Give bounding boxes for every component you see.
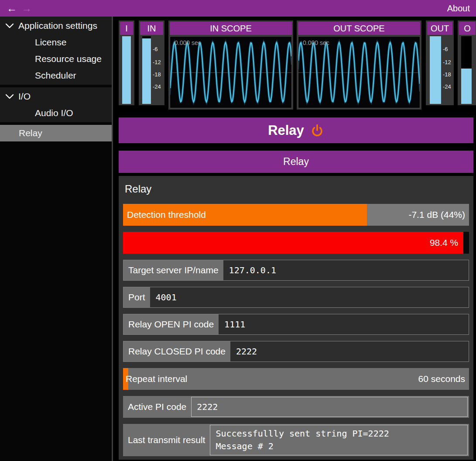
last-transmit-result: Successfullly sent string PI=2222 Messag… [210, 425, 468, 455]
relay-header-title: Relay [268, 123, 304, 138]
meter-bar [122, 36, 131, 104]
output-level-meter-o: O [458, 21, 476, 105]
target-server-row: Target server IP/name 127.0.0.1 [123, 260, 469, 281]
scope-title: IN SCOPE [170, 22, 292, 35]
input-level-meter-in: IN -6 -12 -18 -24 [139, 21, 164, 105]
top-bar: ← → About [0, 0, 476, 17]
repeat-interval-slider[interactable]: Repeat interval 60 seconds [123, 368, 469, 390]
chevron-down-icon [5, 94, 14, 99]
slider-value: -7.1 dB (44%) [408, 210, 465, 220]
waveform-trace [170, 37, 291, 108]
field-label: Relay CLOSED PI code [123, 341, 230, 361]
sidebar-group-application-settings: Application settings License Resource us… [0, 17, 112, 85]
sidebar-item-scheduler[interactable]: Scheduler [0, 67, 112, 84]
field-label: Target server IP/name [123, 260, 223, 280]
relay-header-banner[interactable]: Relay [119, 117, 473, 143]
sidebar-item-audio-io[interactable]: Audio I/O [0, 105, 112, 121]
input-level-meter-i: I [119, 21, 134, 105]
port-row: Port 4001 [123, 287, 469, 308]
sidebar-item-label: Audio I/O [35, 108, 73, 118]
relay-open-pi-row: Relay OPEN PI code 1111 [123, 314, 469, 335]
slider-value: 60 seconds [418, 374, 465, 384]
about-menu-item[interactable]: About [447, 3, 472, 14]
relay-closed-pi-row: Relay CLOSED PI code 2222 [123, 341, 469, 362]
main-content: I IN -6 -12 -18 -24 [114, 17, 476, 461]
sidebar-item-label: License [35, 37, 66, 48]
meter-bar-fill [461, 69, 472, 104]
sidebar-item-license[interactable]: License [0, 34, 112, 51]
relay-open-pi-input[interactable]: 1111 [219, 314, 469, 334]
active-pi-row: Active PI code 2222 [123, 396, 469, 418]
field-label: Port [123, 287, 150, 307]
sidebar-item-label: I/O [18, 91, 31, 102]
sidebar-item-io[interactable]: I/O [0, 88, 112, 105]
signal-level-bar: 98.4 % [123, 232, 469, 254]
relay-tab-banner[interactable]: Relay [119, 151, 473, 173]
slider-label: Repeat interval [126, 374, 187, 384]
panel-title: Relay [125, 183, 469, 195]
meters-row: I IN -6 -12 -18 -24 [119, 21, 476, 110]
waveform-trace [298, 37, 420, 108]
sidebar-item-relay-selected[interactable]: Relay [0, 125, 112, 141]
scope-title: OUT SCOPE [298, 22, 420, 35]
power-icon[interactable] [310, 124, 324, 138]
meter-bar-fill [430, 36, 441, 104]
meter-bar-fill [142, 38, 151, 104]
field-label: Relay OPEN PI code [123, 314, 219, 334]
output-level-meter-out: OUT -6 -12 -18 -24 [426, 21, 454, 105]
slider-label: Detection threshold [127, 210, 206, 220]
last-transmit-row: Last transmit result Successfullly sent … [123, 424, 469, 456]
meter-title: I [120, 22, 133, 35]
scope-time-label: 0.000 sec [175, 39, 201, 46]
sidebar-group-io: I/O Audio I/O [0, 87, 112, 122]
sidebar-item-label: Relay [19, 128, 42, 138]
relay-closed-pi-input[interactable]: 2222 [230, 341, 469, 361]
meter-scale: -6 -12 -18 -24 [151, 36, 162, 104]
out-scope-display: 0.000 sec [298, 36, 420, 108]
out-scope-panel: OUT SCOPE 0.000 sec [297, 21, 421, 110]
sidebar-item-label: Scheduler [35, 70, 76, 81]
forward-icon[interactable]: → [19, 0, 34, 16]
in-scope-display: 0.000 sec [170, 36, 292, 108]
sidebar-item-application-settings[interactable]: Application settings [0, 17, 112, 34]
detection-threshold-slider[interactable]: Detection threshold -7.1 dB (44%) [123, 204, 469, 226]
meter-title: OUT [427, 22, 452, 35]
sidebar-item-label: Resource usage [35, 54, 102, 64]
relay-tab-label: Relay [283, 156, 309, 168]
meter-bar [142, 36, 151, 104]
field-label: Active PI code [123, 396, 191, 418]
meter-bar [430, 36, 441, 104]
meter-title: O [459, 22, 476, 35]
port-input[interactable]: 4001 [150, 287, 469, 307]
sidebar: Application settings License Resource us… [0, 17, 112, 461]
sidebar-item-label: Application settings [18, 21, 97, 31]
signal-level-fill: 98.4 % [123, 232, 463, 254]
meter-scale: -6 -12 -18 -24 [441, 36, 452, 104]
in-scope-panel: IN SCOPE 0.000 sec [168, 21, 293, 110]
sidebar-item-resource-usage[interactable]: Resource usage [0, 51, 112, 67]
meter-bar-fill [122, 36, 131, 104]
back-icon[interactable]: ← [4, 0, 19, 16]
chevron-down-icon [5, 23, 14, 28]
relay-settings-panel: Relay Detection threshold -7.1 dB (44%) … [119, 176, 473, 460]
meter-bar [461, 36, 472, 104]
scope-time-label: 0.000 sec [303, 39, 329, 46]
signal-level-value: 98.4 % [430, 237, 458, 248]
field-label: Last transmit result [123, 424, 210, 456]
sidebar-divider [112, 17, 113, 461]
meter-title: IN [140, 22, 163, 35]
target-server-input[interactable]: 127.0.0.1 [223, 260, 469, 280]
active-pi-input[interactable]: 2222 [191, 397, 468, 417]
